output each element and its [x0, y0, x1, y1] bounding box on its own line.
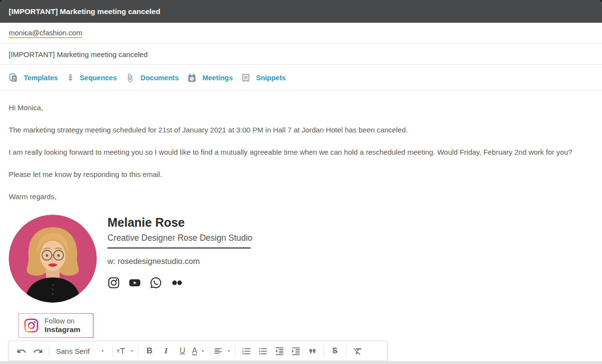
follow-instagram-badge[interactable]: Follow on Instagram — [18, 313, 93, 338]
sequences-label: Sequences — [80, 74, 117, 82]
bullet-list-button[interactable] — [255, 343, 271, 359]
documents-button[interactable]: Documents — [125, 73, 179, 83]
sequences-button[interactable]: Sequences — [67, 73, 117, 83]
instagram-gradient-icon — [24, 318, 39, 333]
bold-label: B — [147, 346, 152, 356]
text-color-dropdown[interactable]: A — [191, 343, 207, 359]
compose-titlebar[interactable]: [IMPORTANT] Marketing meeting canceled — [0, 0, 602, 23]
snippets-label: Snippets — [256, 74, 286, 82]
toolbar-separator — [346, 345, 346, 357]
badge-text: Follow on Instagram — [45, 317, 80, 334]
ordered-list-button[interactable] — [238, 343, 255, 359]
instagram-icon[interactable] — [107, 277, 120, 289]
toolbar-separator — [138, 345, 138, 357]
signature-website: w: rosedesignestudio.com — [107, 257, 253, 266]
font-size-icon — [116, 346, 126, 356]
underline-label: U — [180, 347, 185, 355]
templates-icon — [9, 73, 18, 83]
signature-details: Melanie Rose Creative Designer Rose Desi… — [107, 215, 253, 303]
signature-social-icons — [107, 277, 253, 289]
indent-button[interactable] — [287, 343, 304, 359]
email-body-editor[interactable]: Hi Monica, The marketing strategy meetin… — [0, 91, 602, 338]
chevron-down-icon — [200, 348, 206, 354]
align-dropdown[interactable] — [213, 343, 232, 359]
signature-job-title: Creative Designer Rose Design Studio — [107, 233, 253, 243]
redo-button[interactable] — [30, 343, 46, 359]
blockquote-button[interactable] — [304, 343, 320, 359]
text-color-label: A — [192, 347, 197, 355]
recipient-row[interactable]: monica@cfashion.com — [0, 23, 602, 44]
subject-text: [IMPORTANT] Marketing meeting canceled — [9, 50, 148, 58]
subject-row[interactable]: [IMPORTANT] Marketing meeting canceled — [0, 44, 602, 65]
insert-tools-row: Templates Sequences Documents — [0, 65, 602, 91]
email-signature: Melanie Rose Creative Designer Rose Desi… — [9, 215, 593, 303]
italic-label: I — [165, 346, 168, 356]
window-title: [IMPORTANT] Marketing meeting canceled — [9, 7, 160, 16]
undo-button[interactable] — [13, 343, 30, 359]
documents-label: Documents — [140, 74, 179, 82]
formatting-toolbar: Sans Serif B I U A — [9, 341, 388, 361]
snippet-icon — [241, 73, 250, 83]
signature-avatar — [9, 215, 97, 303]
whatsapp-icon[interactable] — [150, 277, 162, 289]
body-paragraph: Hi Monica, — [9, 103, 593, 112]
templates-button[interactable]: Templates — [9, 73, 58, 83]
badge-line2: Instagram — [45, 325, 80, 334]
body-paragraph: The marketing strategy meeting scheduled… — [9, 126, 593, 134]
snippets-button[interactable]: Snippets — [241, 73, 286, 83]
toolbar-separator — [235, 345, 235, 357]
toolbar-separator — [323, 345, 324, 357]
chevron-down-icon — [100, 348, 105, 354]
flickr-icon[interactable] — [170, 277, 184, 289]
toolbar-separator — [112, 345, 113, 357]
font-family-value: Sans Serif — [56, 347, 90, 355]
align-left-icon — [213, 346, 223, 356]
paperclip-icon — [125, 73, 135, 83]
toolbar-separator — [210, 345, 211, 357]
signature-divider — [107, 248, 251, 248]
window-bottom-edge — [0, 361, 602, 364]
font-family-dropdown[interactable]: Sans Serif — [52, 343, 109, 359]
signature-name: Melanie Rose — [107, 216, 253, 230]
youtube-icon[interactable] — [128, 277, 141, 289]
body-paragraph: Please let me know by responding to this… — [9, 170, 593, 179]
compose-window: [IMPORTANT] Marketing meeting canceled m… — [0, 0, 602, 364]
font-size-dropdown[interactable] — [116, 343, 135, 359]
strikethrough-label: S — [332, 347, 338, 355]
meetings-button[interactable]: Meetings — [187, 73, 233, 83]
templates-label: Templates — [24, 74, 58, 82]
body-paragraph: Warm regards, — [9, 192, 593, 201]
recipient-email[interactable]: monica@cfashion.com — [9, 29, 82, 38]
badge-line1: Follow on — [45, 317, 80, 325]
chevron-down-icon — [226, 348, 232, 354]
meetings-label: Meetings — [202, 74, 233, 82]
calendar-icon — [187, 73, 196, 83]
italic-button[interactable]: I — [158, 343, 174, 359]
outdent-button[interactable] — [271, 343, 287, 359]
toolbar-separator — [49, 345, 49, 357]
body-paragraph: I am really looking forward to meeting y… — [9, 148, 593, 157]
strikethrough-button[interactable]: S — [327, 343, 343, 359]
underline-button[interactable]: U — [174, 343, 191, 359]
sequences-icon — [67, 73, 74, 83]
clear-formatting-button[interactable] — [349, 343, 366, 359]
bold-button[interactable]: B — [141, 343, 158, 359]
chevron-down-icon — [129, 348, 135, 354]
